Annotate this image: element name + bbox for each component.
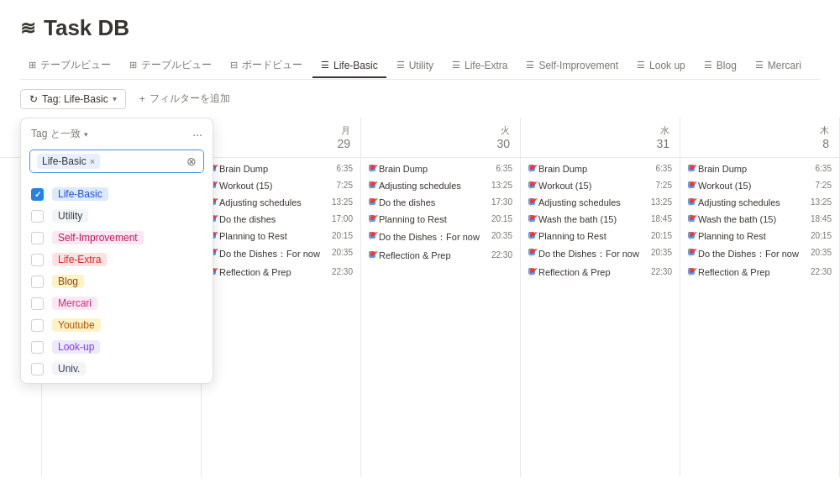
event-time: 20:35 [332, 248, 353, 257]
dropdown-search-area: Life-Basic × ⊗ [21, 146, 213, 180]
dropdown-option-life-extra[interactable]: Life-Extra [21, 249, 213, 270]
event-name: Do the Dishes：For now [538, 248, 648, 260]
option-checkbox[interactable] [31, 254, 44, 266]
day-header-8: 木 8 [680, 118, 840, 157]
clear-search-icon[interactable]: ⊗ [186, 155, 197, 168]
option-checkbox[interactable] [31, 232, 44, 244]
event-item[interactable]: 🚩Reflection & Prep22:30 [365, 248, 517, 263]
event-item[interactable]: 🚩Planning to Rest20:15 [524, 228, 676, 244]
event-item[interactable]: 🚩Workout (15)7:25 [524, 178, 676, 193]
table-icon: ⊞ [29, 60, 36, 71]
option-checkbox[interactable] [31, 363, 44, 375]
event-name: Do the dishes [219, 214, 328, 224]
tab-self-improvement[interactable]: ☰ Self-Improvement [517, 55, 627, 78]
event-item[interactable]: 🚩Do the Dishes：For now20:35 [524, 245, 676, 263]
event-name: Wash the bath (15) [698, 214, 807, 224]
dropdown-more-icon[interactable]: ··· [192, 128, 202, 141]
day-header-31: 水 31 [521, 118, 680, 157]
event-name: Planning to Rest [698, 231, 807, 241]
event-item[interactable]: 🚩Adjusting schedules13:25 [684, 195, 836, 210]
page-title: ≋ Task DB [20, 15, 820, 41]
event-flag-icon: 🚩 [688, 232, 695, 239]
event-item[interactable]: 🚩Planning to Rest20:15 [365, 212, 517, 227]
event-item[interactable]: 🚩Planning to Rest20:15 [205, 228, 357, 244]
event-flag-icon: 🚩 [528, 249, 535, 255]
tab-life-basic[interactable]: ☰ Life-Basic [312, 55, 386, 78]
option-checkbox[interactable] [31, 276, 44, 288]
event-item[interactable]: 🚩Brain Dump6:35 [524, 161, 676, 176]
day-column-4: 🚩Brain Dump6:35🚩Workout (15)7:25🚩Adjusti… [680, 158, 840, 477]
event-time: 17:00 [332, 214, 353, 223]
dropdown-option-self-improvement[interactable]: Self-Improvement [21, 227, 213, 249]
tab-blog[interactable]: ☰ Blog [696, 55, 745, 78]
chevron-icon: ▾ [113, 94, 117, 103]
event-name: Workout (15) [219, 181, 333, 191]
tab-utility[interactable]: ☰ Utility [388, 55, 442, 78]
tab-boardview[interactable]: ⊟ ボードビュー [222, 53, 311, 79]
option-checkbox[interactable] [31, 210, 44, 223]
option-checkbox[interactable] [31, 319, 44, 332]
tab-tableview-2[interactable]: ⊞ テーブルビュー [121, 53, 220, 79]
event-item[interactable]: 🚩Reflection & Prep22:30 [684, 265, 836, 280]
event-name: Reflection & Prep [538, 267, 648, 277]
event-item[interactable]: 🚩Brain Dump6:35 [365, 161, 517, 176]
event-name: Wash the bath (15) [538, 214, 648, 224]
day-header-30: 火 30 [361, 118, 521, 157]
event-item[interactable]: 🚩Planning to Rest20:15 [684, 228, 836, 244]
option-tag-label: Life-Extra [52, 253, 107, 266]
event-time: 22:30 [811, 267, 832, 276]
list-icon-4: ☰ [526, 60, 534, 71]
tag-search-input[interactable] [105, 155, 181, 168]
event-item[interactable]: 🚩Do the Dishes：For now20:35 [684, 245, 836, 263]
event-time: 20:15 [811, 231, 832, 240]
event-flag-icon: 🚩 [528, 215, 535, 222]
option-tag-label: Blog [52, 275, 84, 288]
option-tag-label: Self-Improvement [52, 231, 144, 244]
event-item[interactable]: 🚩Wash the bath (15)18:45 [684, 212, 836, 227]
selected-tag-chip: Life-Basic × [37, 154, 100, 169]
tag-search-box[interactable]: Life-Basic × ⊗ [29, 150, 204, 173]
tab-look-up[interactable]: ☰ Look up [628, 55, 694, 78]
remove-chip-button[interactable]: × [90, 156, 95, 166]
event-item[interactable]: 🚩Do the Dishes：For now20:35 [365, 228, 517, 246]
event-item[interactable]: 🚩Reflection & Prep22:30 [524, 265, 676, 280]
dropdown-option-blog[interactable]: Blog [21, 270, 213, 292]
event-name: Reflection & Prep [219, 267, 328, 277]
event-item[interactable]: 🚩Do the dishes17:00 [205, 212, 357, 227]
tab-life-extra[interactable]: ☰ Life-Extra [444, 55, 516, 78]
event-time: 20:35 [491, 231, 512, 240]
event-item[interactable]: 🚩Adjusting schedules13:25 [524, 195, 676, 210]
event-item[interactable]: 🚩Reflection & Prep22:30 [205, 265, 357, 280]
event-item[interactable]: 🚩Adjusting schedules13:25 [365, 178, 517, 193]
event-item[interactable]: 🚩Workout (15)7:25 [205, 178, 357, 193]
tag-filter[interactable]: ↻ Tag: Life-Basic ▾ [20, 89, 126, 109]
dropdown-option-youtube[interactable]: Youtube [21, 314, 213, 336]
event-item[interactable]: 🚩Brain Dump6:35 [684, 161, 836, 176]
option-tag-label: Life-Basic [52, 187, 108, 201]
event-item[interactable]: 🚩Workout (15)7:25 [684, 178, 836, 193]
event-name: Workout (15) [538, 181, 653, 191]
option-checkbox[interactable] [31, 188, 44, 201]
dropdown-option-univ.[interactable]: Univ. [21, 358, 213, 380]
event-item[interactable]: 🚩Do the Dishes：For now20:35 [205, 245, 357, 263]
dropdown-option-life-basic[interactable]: Life-Basic [21, 183, 213, 205]
event-item[interactable]: 🚩Wash the bath (15)18:45 [524, 212, 676, 227]
option-checkbox[interactable] [31, 297, 44, 310]
event-item[interactable]: 🚩Do the dishes17:30 [365, 195, 517, 210]
tab-univ[interactable]: ⊞ Univ. [811, 55, 820, 78]
event-item[interactable]: 🚩Brain Dump6:35 [205, 161, 357, 176]
add-filter-button[interactable]: + フィルターを追加 [133, 88, 237, 109]
tab-mercari[interactable]: ☰ Mercari [747, 55, 810, 78]
event-flag-icon: 🚩 [369, 215, 375, 222]
event-item[interactable]: 🚩Adjusting schedules13:25 [205, 195, 357, 210]
tab-tableview-1[interactable]: ⊞ テーブルビュー [20, 53, 119, 79]
option-checkbox[interactable] [31, 341, 44, 354]
event-name: Adjusting schedules [538, 197, 648, 207]
event-time: 22:30 [491, 250, 512, 260]
dropdown-option-mercari[interactable]: Mercari [21, 292, 213, 314]
event-time: 7:25 [656, 181, 672, 190]
event-flag-icon: 🚩 [369, 198, 375, 205]
dropdown-option-utility[interactable]: Utility [21, 205, 213, 227]
dropdown-option-look-up[interactable]: Look-up [21, 336, 213, 358]
event-time: 20:35 [811, 248, 832, 257]
